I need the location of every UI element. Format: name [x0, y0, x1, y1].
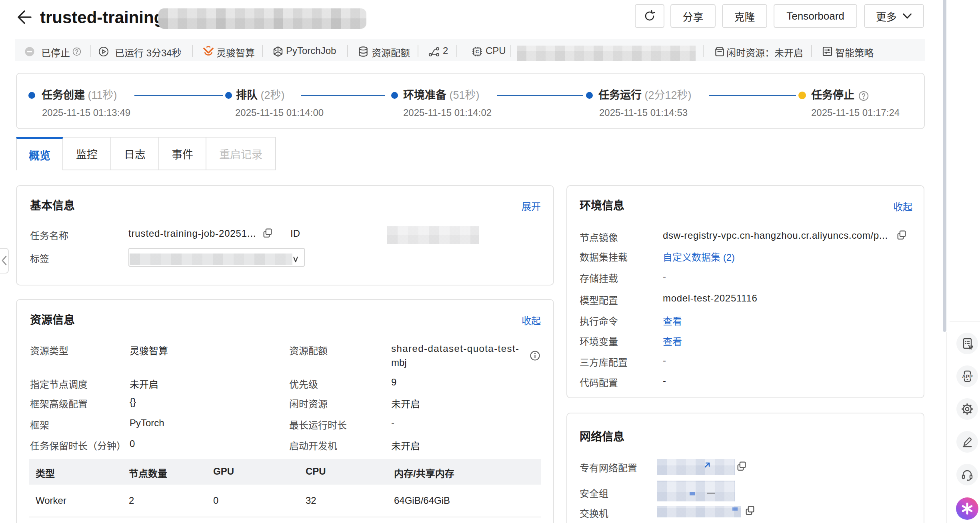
svg-text:APP: APP	[962, 373, 972, 379]
svg-text:C: C	[476, 49, 479, 54]
